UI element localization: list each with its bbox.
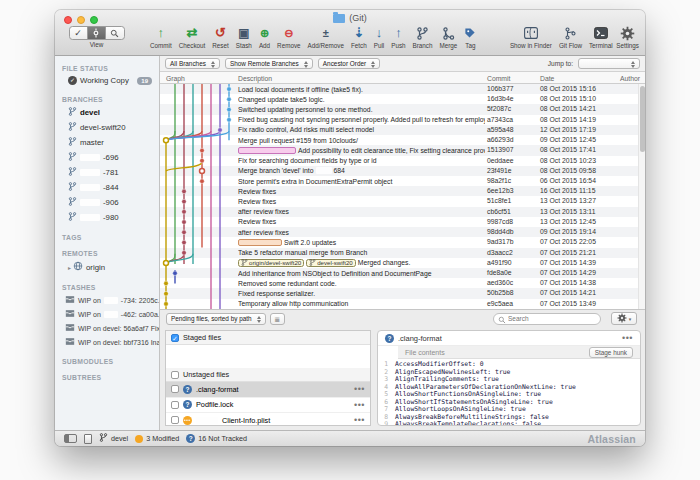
file-row--clang-format[interactable]: ? .clang-format •••: [166, 382, 370, 398]
toolbar-stash-button[interactable]: ▣Stash: [236, 25, 252, 49]
toolbar-branch-button[interactable]: Branch: [413, 25, 433, 49]
toolbar-merge-button[interactable]: Merge: [440, 25, 458, 49]
working-copy-icon: ✓: [68, 76, 77, 85]
toolbar-pull-button[interactable]: ↓Pull: [374, 25, 385, 49]
sidebar-item--906[interactable]: -906: [55, 195, 159, 210]
dropdown-value: Show Remote Branches: [230, 60, 299, 67]
diff-panel-header: ? .clang-format •••: [378, 331, 640, 346]
sidebar-section-submodules: SUBMODULES: [62, 358, 159, 365]
commit-message-suffix: 684: [334, 167, 345, 174]
view-segmented-control: ✓View: [69, 25, 125, 48]
file-actions-menu[interactable]: •••: [354, 401, 365, 409]
chevron-right-icon[interactable]: ▸: [68, 264, 71, 271]
sidebar-item-devel-swift20[interactable]: devel-swift20: [55, 120, 159, 135]
sidebar-item--844[interactable]: -844: [55, 180, 159, 195]
toolbar-commit-button[interactable]: ↑Commit: [150, 25, 172, 49]
file-checkbox[interactable]: [171, 385, 179, 393]
column-header-graph[interactable]: Graph: [166, 75, 185, 82]
staged-files-header: ✓ Staged files: [166, 331, 370, 345]
sidebar-item-working-copy[interactable]: ✓Working Copy19: [55, 74, 159, 87]
commit-hash: 0eddaee: [487, 156, 513, 166]
commit-message: Review fixes: [238, 198, 276, 205]
sidebar-item-wip-on-devel-56a6af7-fixe-[interactable]: WIP on devel: 56a6af7 Fixe...: [55, 321, 159, 335]
toolbar-button-label: Branch: [413, 42, 433, 49]
toolbar-tag-button[interactable]: Tag: [464, 25, 476, 49]
branch-icon: [68, 212, 77, 223]
file-actions-menu[interactable]: •••: [622, 334, 633, 342]
commit-list-scrollbar[interactable]: [638, 84, 645, 309]
toolbar-reset-button[interactable]: ↺Reset: [212, 25, 228, 49]
toolbar-push-button[interactable]: ↑Push: [391, 25, 405, 49]
commit-date: 08 Oct 2015 14:21: [540, 104, 596, 114]
file-actions-menu[interactable]: •••: [354, 385, 365, 393]
commit-date: 08 Oct 2015 17:41: [540, 145, 596, 155]
stage-hunk-button[interactable]: Stage hunk: [589, 347, 633, 358]
sidebar-item--980[interactable]: -980: [55, 210, 159, 225]
commit-date: 07 Oct 2015 14:39: [540, 258, 596, 268]
column-header-description[interactable]: Description: [238, 75, 272, 82]
file-name: .clang-format: [196, 385, 239, 394]
sidebar-item--696[interactable]: -696: [55, 150, 159, 165]
toolbar-button-label: Terminal: [589, 42, 613, 49]
view-segment-checkmark-icon[interactable]: ✓: [70, 27, 88, 39]
column-header-date[interactable]: Date: [540, 75, 554, 82]
description-cell: Merge pull request #159 from 10clouds/: [238, 135, 485, 145]
diff-options-button[interactable]: ▾: [611, 312, 637, 325]
toolbar-settings-button[interactable]: Settings: [616, 25, 639, 49]
sidebar-item-wip-on[interactable]: WIP on-462: ca00a...: [55, 307, 159, 321]
file-status-view-icon[interactable]: [84, 434, 92, 444]
search-input[interactable]: [508, 315, 588, 322]
sidebar-item-devel[interactable]: devel: [55, 105, 159, 120]
sidebar-item-label: -980: [103, 213, 119, 222]
jump-to-dropdown[interactable]: [578, 58, 640, 70]
toolbar-add-button[interactable]: ⊕Add: [259, 25, 270, 49]
status-bar: devel 3 Modified ?16 Not Tracked Atlassi…: [55, 430, 645, 446]
search-box[interactable]: [493, 313, 601, 325]
pending-files-dropdown[interactable]: Pending files, sorted by path: [166, 313, 266, 325]
file-checkbox[interactable]: [171, 401, 179, 409]
commit-icon: ↑: [158, 25, 165, 41]
sidebar-item-wip-on[interactable]: WIP on-734: 2205c...: [55, 293, 159, 307]
toolbar-terminal-button[interactable]: Terminal: [589, 25, 613, 49]
modified-status-icon: [135, 435, 143, 443]
view-segment-search-icon[interactable]: [106, 27, 124, 39]
toolbar-remove-button[interactable]: ⊖Remove: [277, 25, 300, 49]
column-header-commit[interactable]: Commit: [487, 75, 510, 82]
sidebar-item--781[interactable]: -781: [55, 165, 159, 180]
file-actions-menu[interactable]: •••: [354, 416, 365, 424]
stash-label-suffix: -734: 2205c...: [121, 297, 159, 304]
column-header-author[interactable]: Author: [620, 75, 640, 82]
filter-dropdown-ancestor-order[interactable]: Ancestor Order: [318, 58, 380, 70]
sidebar-toggle-icon[interactable]: [64, 434, 77, 443]
scrollbar-thumb[interactable]: [640, 86, 645, 152]
sidebar-item-master[interactable]: master: [55, 135, 159, 150]
unstaged-checkbox[interactable]: [171, 371, 179, 379]
file-row-podfile-lock[interactable]: ? Podfile.lock •••: [166, 398, 370, 414]
toolbar-git-flow-button[interactable]: Git Flow: [559, 25, 582, 49]
sidebar-item-label: -781: [103, 168, 119, 177]
commit-message: Add inheritance from NSObject to Definit…: [238, 270, 431, 277]
description-cell: Temporary allow http communication: [238, 299, 485, 309]
branch-label-pill: devel-swift20: [306, 259, 356, 267]
toolbar-button-label: Merge: [440, 42, 458, 49]
sidebar-item-wip-on-devel-bbf7316-ina-[interactable]: WIP on devel: bbf7316 Ina...: [55, 335, 159, 349]
staged-checkbox[interactable]: ✓: [171, 334, 179, 342]
toolbar-add-remove-button[interactable]: ±Add/Remove: [308, 25, 344, 49]
filter-dropdown-all-branches[interactable]: All Branches: [165, 58, 220, 70]
file-checkbox[interactable]: [171, 416, 179, 424]
sidebar-item-label: devel-swift20: [80, 123, 126, 132]
toolbar-checkout-button[interactable]: ⇄Checkout: [179, 25, 206, 49]
filter-dropdown-show-remote-branches[interactable]: Show Remote Branches: [225, 58, 313, 70]
view-segment-log-icon[interactable]: [88, 27, 106, 39]
toolbar-fetch-button[interactable]: ⇣Fetch: [351, 25, 367, 49]
file-view-toggle-button[interactable]: ≣: [270, 313, 285, 325]
sidebar-item-origin[interactable]: ▸origin: [55, 259, 159, 275]
stash-icon: [65, 295, 75, 305]
toolbar-show-in-finder-button[interactable]: Show in Finder: [510, 25, 552, 49]
sidebar-item-label: -844: [103, 183, 119, 192]
file-row-client-info-plist[interactable]: ••• Client-Info.plist •••: [166, 413, 370, 426]
branch-label-pill: origin/devel-swift20: [238, 259, 304, 267]
untracked-file-icon: ?: [183, 400, 192, 409]
commit-hash: 6ee12b3: [487, 186, 513, 196]
commit-message: Temporary allow http communication: [238, 300, 348, 307]
